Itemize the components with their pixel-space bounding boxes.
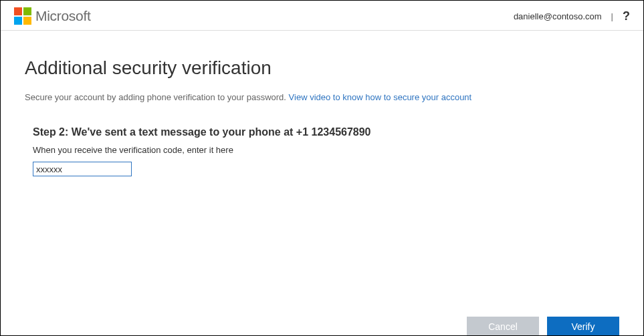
content-container: Additional security verification Secure … (1, 31, 643, 333)
page-description: Secure your account by adding phone veri… (25, 92, 619, 102)
video-link[interactable]: View video to know how to secure your ac… (289, 92, 472, 102)
footer-buttons: Cancel Verify (467, 317, 619, 336)
step-title: Step 2: We've sent a text message to you… (33, 126, 619, 138)
verification-code-input[interactable] (33, 162, 132, 176)
separator: | (611, 11, 613, 21)
header-right: danielle@contoso.com | ? (514, 9, 630, 23)
step-section: Step 2: We've sent a text message to you… (25, 126, 619, 176)
user-email: danielle@contoso.com (514, 11, 602, 21)
brand-area: Microsoft (14, 7, 90, 25)
step-instruction: When you receive the verification code, … (33, 145, 619, 155)
microsoft-logo-icon (14, 7, 31, 25)
brand-text: Microsoft (35, 8, 90, 24)
description-text: Secure your account by adding phone veri… (25, 92, 289, 102)
verify-button[interactable]: Verify (547, 317, 619, 336)
main-content: Additional security verification Secure … (1, 31, 643, 176)
help-icon[interactable]: ? (623, 9, 630, 23)
page-title: Additional security verification (25, 57, 619, 79)
cancel-button[interactable]: Cancel (467, 317, 539, 336)
page-header: Microsoft danielle@contoso.com | ? (1, 1, 643, 31)
